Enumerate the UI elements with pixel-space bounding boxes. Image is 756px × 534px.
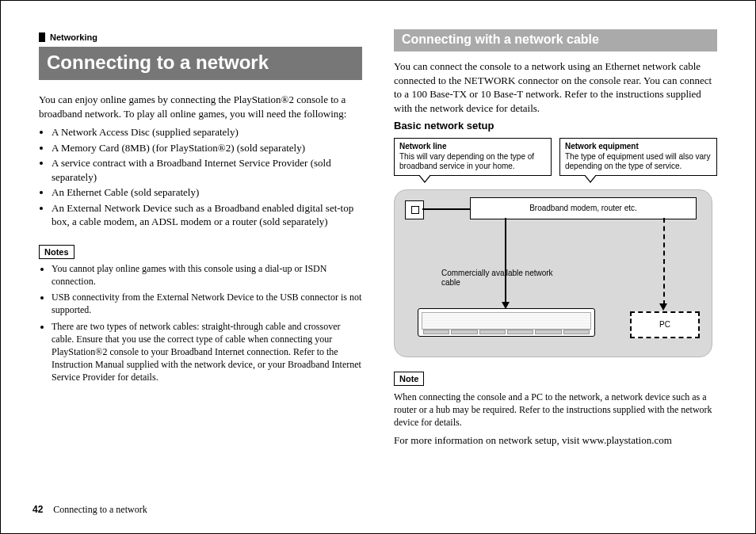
- list-item: An Ethernet Cable (sold separately): [52, 185, 362, 200]
- callout-network-line: Network line This will vary depending on…: [394, 138, 552, 176]
- console-icon: [418, 308, 595, 337]
- intro-paragraph: You can connect the console to a network…: [394, 59, 717, 115]
- note-label: Note: [394, 372, 424, 386]
- callout-body: This will vary depending on the type of …: [399, 152, 534, 171]
- notes-list: You cannot play online games with this c…: [39, 262, 362, 384]
- network-diagram: Broadband modem, router etc. Commerciall…: [394, 189, 711, 364]
- section-heading: Connecting with a network cable: [394, 29, 717, 51]
- cable-label: Commercially available network cable: [441, 269, 568, 288]
- list-item: A Memory Card (8MB) (for PlayStation®2) …: [52, 141, 362, 155]
- callout-body: The type of equipment used will also var…: [565, 152, 710, 171]
- list-item: An External Network Device such as a Bro…: [52, 201, 362, 229]
- callout-row: Network line This will vary depending on…: [394, 138, 717, 176]
- pc-box: PC: [630, 311, 700, 338]
- modem-box: Broadband modem, router etc.: [470, 197, 697, 219]
- note-body: When connecting the console and a PC to …: [394, 391, 717, 429]
- left-column: Networking Connecting to a network You c…: [39, 29, 362, 452]
- notes-label: Notes: [39, 245, 74, 259]
- manual-page: Networking Connecting to a network You c…: [0, 0, 756, 534]
- more-info: For more information on network setup, v…: [394, 433, 717, 448]
- footer-title: Connecting to a network: [53, 504, 147, 515]
- list-item: There are two types of network cables: s…: [52, 320, 362, 384]
- list-item: A Network Access Disc (supplied separate…: [52, 125, 362, 139]
- list-item: USB connectivity from the External Netwo…: [52, 291, 362, 316]
- requirements-list: A Network Access Disc (supplied separate…: [39, 125, 362, 229]
- section-tag: Networking: [39, 32, 97, 42]
- right-column: Connecting with a network cable You can …: [394, 29, 717, 452]
- list-item: You cannot play online games with this c…: [52, 262, 362, 288]
- page-title: Connecting to a network: [39, 47, 362, 80]
- list-item: A service contract with a Broadband Inte…: [52, 156, 362, 184]
- connection-line-dashed: [663, 218, 665, 305]
- arrow-down-icon: [659, 303, 667, 311]
- callout-network-equipment: Network equipment The type of equipment …: [559, 138, 717, 176]
- wall-jack-icon: [405, 200, 424, 219]
- page-number: 42: [32, 504, 43, 515]
- callout-title: Network line: [399, 142, 446, 151]
- intro-paragraph: You can enjoy online games by connecting…: [39, 93, 362, 120]
- subheading: Basic network setup: [394, 120, 717, 132]
- page-footer: 42 Connecting to a network: [32, 504, 147, 516]
- callout-title: Network equipment: [565, 142, 639, 151]
- connection-line: [505, 218, 506, 303]
- connection-line: [422, 208, 470, 210]
